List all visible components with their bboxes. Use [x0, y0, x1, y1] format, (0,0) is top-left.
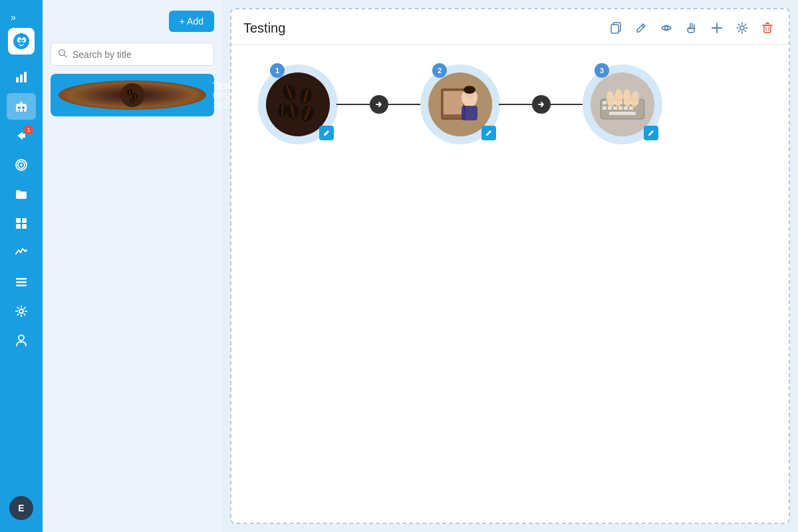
arrow-circle-2 [532, 95, 551, 114]
svg-rect-8 [16, 104, 27, 112]
svg-point-42 [740, 26, 744, 30]
svg-rect-43 [764, 25, 771, 33]
search-box [51, 43, 214, 66]
sidebar-logo [8, 28, 35, 55]
svg-point-65 [464, 86, 475, 94]
node-outer-1[interactable] [258, 65, 338, 144]
preview-tool-button[interactable] [657, 19, 676, 37]
arrow-right-icon-1 [374, 100, 384, 109]
sidebar: » [0, 0, 43, 532]
copy-tool-button[interactable] [606, 19, 625, 37]
svg-rect-64 [462, 106, 477, 120]
user-avatar[interactable]: E [9, 496, 33, 520]
svg-point-29 [120, 83, 144, 107]
add-button[interactable]: + Add [169, 11, 214, 32]
arrow-line-1 [336, 104, 370, 105]
node-1-edit-button[interactable] [319, 126, 334, 140]
svg-point-25 [19, 309, 23, 313]
sidebar-item-folder[interactable] [7, 181, 36, 207]
node-2-edit-button[interactable] [481, 126, 496, 140]
content-header: Testing [231, 9, 789, 45]
flow-node-3: 3 [583, 65, 662, 144]
flow-arrow-2 [499, 95, 584, 114]
flow-node-2: 2 [420, 65, 500, 144]
arrow-circle-1 [370, 95, 388, 114]
main-content: Testing [222, 0, 798, 532]
svg-rect-20 [16, 224, 21, 229]
sidebar-item-list[interactable] [7, 269, 36, 295]
svg-point-10 [22, 106, 25, 109]
svg-rect-22 [16, 278, 27, 280]
hand-tool-button[interactable] [682, 19, 701, 37]
svg-rect-81 [609, 112, 636, 115]
svg-rect-23 [16, 281, 27, 283]
sidebar-item-bot[interactable] [7, 93, 36, 120]
svg-rect-75 [602, 106, 606, 110]
settings-icon [15, 305, 28, 318]
arrow-line-2 [499, 104, 532, 105]
svg-rect-21 [22, 224, 27, 229]
left-panel: + Add Testing 03/18/2022 15:27:59 [43, 0, 222, 532]
folder-icon [15, 188, 28, 201]
share-badge: 1 [24, 125, 33, 134]
content-area: Testing [230, 8, 790, 524]
svg-rect-78 [618, 106, 622, 110]
svg-point-39 [665, 27, 668, 30]
sidebar-item-target[interactable] [7, 152, 36, 178]
svg-rect-14 [23, 110, 24, 112]
node-outer-3[interactable] [583, 65, 662, 144]
settings-tool-button[interactable] [733, 19, 751, 37]
svg-rect-5 [16, 77, 19, 82]
profile-icon [15, 334, 28, 347]
search-icon [58, 49, 67, 60]
search-input[interactable] [72, 49, 207, 60]
svg-rect-80 [629, 106, 633, 110]
node-number-2: 2 [432, 63, 447, 78]
svg-line-58 [282, 104, 283, 115]
svg-rect-77 [613, 106, 617, 110]
node-number-3: 3 [595, 63, 609, 78]
svg-rect-79 [624, 106, 628, 110]
svg-point-0 [13, 33, 29, 49]
edit-tool-button[interactable] [632, 19, 650, 37]
node-outer-2[interactable] [420, 65, 500, 144]
sidebar-item-analytics[interactable] [7, 64, 36, 90]
arrow-line-2b [551, 104, 584, 105]
flow-arrow-1 [336, 95, 422, 114]
svg-line-28 [65, 55, 67, 58]
analytics-icon [15, 70, 28, 84]
content-title: Testing [243, 21, 285, 36]
svg-rect-37 [611, 25, 618, 33]
activity-icon [15, 246, 28, 259]
target-icon [15, 158, 28, 172]
story-item-testing[interactable]: Testing 03/18/2022 15:27:59 [51, 74, 214, 116]
sidebar-item-settings[interactable] [7, 298, 36, 325]
list-icon [15, 275, 28, 289]
grid-icon [15, 217, 28, 230]
svg-point-17 [20, 164, 23, 166]
svg-rect-13 [19, 110, 20, 112]
delete-tool-button[interactable] [758, 19, 777, 37]
flow-canvas: 1 [231, 45, 789, 523]
sidebar-item-profile[interactable] [7, 327, 36, 354]
node-number-1: 1 [270, 63, 285, 78]
sidebar-item-grid[interactable] [7, 210, 36, 237]
toolbar [606, 19, 777, 37]
svg-rect-24 [16, 285, 27, 287]
sidebar-item-activity[interactable] [7, 239, 36, 266]
bot-icon [14, 99, 29, 114]
coffee-thumbnail-icon [120, 83, 144, 107]
flow-nodes: 1 [258, 65, 662, 144]
svg-point-4 [23, 40, 25, 42]
svg-rect-19 [22, 218, 27, 223]
add-tool-button[interactable] [708, 19, 726, 37]
svg-rect-6 [20, 74, 23, 82]
flow-node-1: 1 [258, 65, 338, 144]
svg-rect-7 [24, 72, 27, 82]
svg-line-38 [642, 25, 644, 27]
arrow-line-1b [388, 104, 422, 105]
logo-icon [12, 32, 31, 51]
sidebar-expand-button[interactable]: » [5, 7, 21, 28]
sidebar-item-share[interactable]: 1 [7, 122, 36, 149]
node-3-edit-button[interactable] [644, 126, 658, 140]
